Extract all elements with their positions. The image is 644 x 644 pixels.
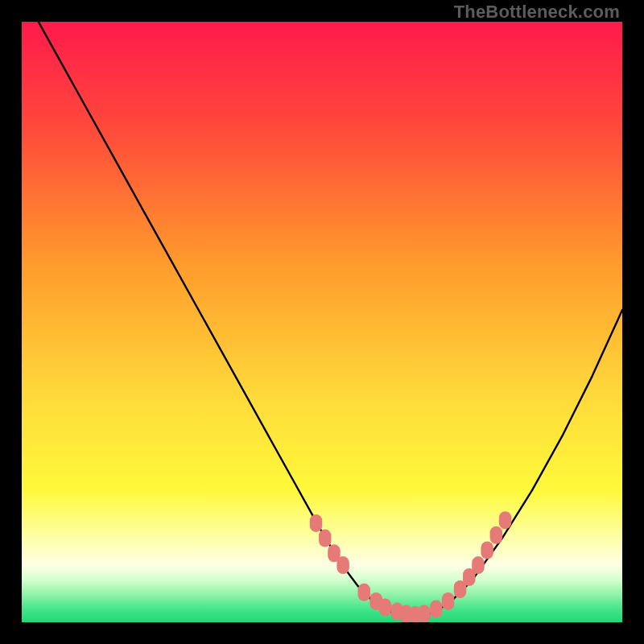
sample-marker [490,526,503,544]
chart-svg [22,22,622,622]
plot-area [22,22,622,622]
sample-marker [430,601,443,618]
sample-marker [379,598,392,616]
watermark-text: TheBottleneck.com [454,2,620,23]
sample-marker [358,584,371,601]
sample-marker [481,542,493,559]
sample-marker [336,556,349,574]
sample-marker [472,556,485,574]
sample-marker [310,514,323,532]
sample-marker [442,592,455,610]
sample-marker [418,605,431,622]
sample-marker [319,530,332,547]
chart-frame: TheBottleneck.com [0,0,644,644]
sample-marker [499,511,512,529]
